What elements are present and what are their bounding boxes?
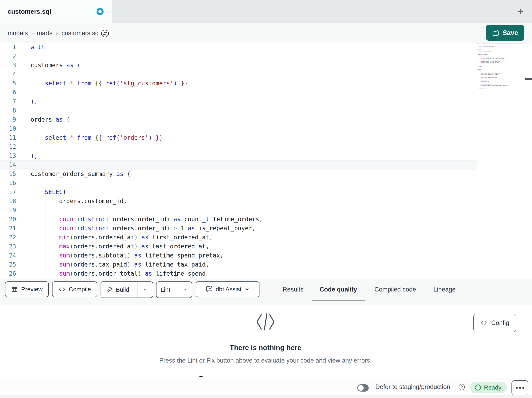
code-line[interactable]: 10 [0,124,477,133]
code-line[interactable]: 2 [0,52,477,61]
code-line[interactable]: 23 max(orders.ordered_at) as last_ordere… [0,242,477,251]
breadcrumb-models[interactable]: models [8,30,28,37]
line-number[interactable]: 24 [0,251,16,260]
line-number[interactable]: 26 [0,269,16,278]
indent-guide [31,142,31,151]
config-label: Config [491,319,509,326]
code-line[interactable]: 4 [0,70,477,79]
code-line[interactable]: 21 count(distinct orders.order_id) > 1 a… [0,224,477,233]
compass-icon [101,29,109,38]
line-number[interactable]: 11 [0,133,16,142]
code-line[interactable]: 13), [0,151,477,160]
line-number[interactable]: 16 [0,179,16,188]
preview-button[interactable]: Preview [5,281,49,297]
line-number[interactable]: 25 [0,260,16,269]
line-number[interactable]: 12 [0,142,16,151]
code-line[interactable]: 18 orders.customer_id, [0,197,477,206]
line-number[interactable]: 18 [0,197,16,206]
line-number[interactable]: 15 [0,170,16,179]
code-line[interactable]: 5 select * from {{ ref('stg_customers') … [0,79,477,88]
tab-results[interactable]: Results [283,279,303,300]
bottom-toolbar-strip: Preview Compile Build Lint [0,279,532,305]
line-number[interactable]: 21 [0,224,16,233]
line-number[interactable]: 4 [0,70,16,79]
build-dropdown-button[interactable] [138,282,153,298]
line-number[interactable]: 20 [0,215,16,224]
code-text: SELECT [31,188,66,197]
code-line[interactable]: 19 [0,206,477,215]
code-line[interactable]: 6 [0,88,477,97]
chevron-right-icon: › [56,30,58,36]
results-panel: There is nothing here Press the Lint or … [0,305,532,378]
code-text: sum(orders.subtotal) as lifetime_spend_p… [31,251,223,260]
line-number[interactable]: 19 [0,206,16,215]
tab-compiled-code[interactable]: Compiled code [374,279,416,300]
breadcrumb-file: customers.sql [62,30,100,37]
config-button[interactable]: Config [473,314,516,332]
minimap[interactable]: with customers as ( select * from {{ ref… [477,43,525,264]
ready-label: Ready [484,384,501,391]
lint-button[interactable]: Lint [157,282,174,298]
line-number[interactable]: 7 [0,97,16,106]
tab-lineage[interactable]: Lineage [433,279,456,300]
code-line[interactable]: 3customers as ( [0,61,477,70]
code-text: sum(orders.tax_paid) as lifetime_tax_pai… [31,260,209,269]
save-button[interactable]: Save [486,25,524,41]
code-line[interactable]: 15customer_orders_summary as ( [0,170,477,179]
line-number[interactable]: 23 [0,242,16,251]
code-line[interactable]: 7), [0,97,477,106]
code-text: orders as ( [31,115,70,124]
code-line[interactable]: 26 sum(orders.order_total) as lifetime_s… [0,269,477,278]
tab-code-quality[interactable]: Code quality [320,279,357,300]
file-tab-customers-sql[interactable]: customers.sql [0,0,112,23]
line-number[interactable]: 14 [0,160,16,170]
empty-state-title: There is nothing here [125,344,406,352]
line-number[interactable]: 6 [0,88,16,97]
indent-guide [31,70,31,79]
code-text: with [31,43,45,52]
code-text: max(orders.ordered_at) as last_ordered_a… [31,242,209,251]
dbt-assist-button[interactable]: dbt Assist [196,281,260,297]
code-text: min(orders.ordered_at) as first_ordered_… [31,233,213,242]
save-floppy-icon [492,29,499,36]
lint-dropdown-button[interactable] [177,282,192,298]
defer-toggle[interactable] [357,384,369,391]
code-line[interactable]: 22 min(orders.ordered_at) as first_order… [0,233,477,242]
code-text: count(distinct orders.order_id) as count… [31,215,263,224]
code-line[interactable]: 14 [0,160,477,170]
code-line[interactable]: 11 select * from {{ ref('orders') }} [0,133,477,142]
line-number[interactable]: 8 [0,106,16,115]
code-editor[interactable]: 1with23customers as (45 select * from {{… [0,43,477,279]
code-line[interactable]: 25 sum(orders.tax_paid) as lifetime_tax_… [0,260,477,269]
line-number[interactable]: 10 [0,124,16,133]
code-line[interactable]: 12 [0,142,477,151]
dbt-assist-label: dbt Assist [216,286,241,293]
help-icon[interactable]: ? [459,384,465,390]
new-tab-button[interactable]: + [513,3,527,20]
line-number[interactable]: 17 [0,188,16,197]
explore-lineage-button[interactable] [98,26,112,40]
scrollbar-thumb[interactable] [525,78,532,80]
line-number[interactable]: 1 [0,43,16,52]
lint-button-group: Lint [156,281,192,298]
line-number[interactable]: 3 [0,61,16,70]
line-number[interactable]: 13 [0,151,16,160]
code-line[interactable]: 8 [0,106,477,115]
compile-button[interactable]: Compile [52,281,97,297]
line-number[interactable]: 2 [0,52,16,61]
wrench-icon [106,287,113,293]
code-line[interactable]: 1with [0,43,477,52]
code-line[interactable]: 17 SELECT [0,188,477,197]
code-line[interactable]: 20 count(distinct orders.order_id) as co… [0,215,477,224]
code-line[interactable]: 16 [0,179,477,188]
more-options-button[interactable] [512,380,528,395]
breadcrumb-bar: models › marts › customers.sql Save [0,23,532,44]
line-number[interactable]: 5 [0,79,16,88]
code-line[interactable]: 24 sum(orders.subtotal) as lifetime_spen… [0,251,477,260]
build-button[interactable]: Build [101,282,134,298]
code-line[interactable]: 9orders as ( [0,115,477,124]
line-number[interactable]: 22 [0,233,16,242]
code-text: select * from {{ ref('orders') }} [31,133,163,142]
breadcrumb-marts[interactable]: marts [37,30,52,37]
line-number[interactable]: 9 [0,115,16,124]
